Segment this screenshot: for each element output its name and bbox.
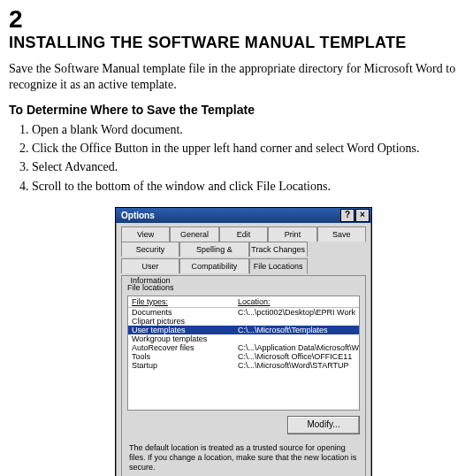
list-item-selected[interactable]: User templates C:\...\Microsoft\Template… xyxy=(128,326,359,334)
tab-panel: File locations File types: Location: Doc… xyxy=(121,275,366,476)
list-item[interactable]: Clipart pictures xyxy=(128,317,359,326)
col-location: Location: xyxy=(234,296,359,307)
step-item: Scroll to the bottom of the window and c… xyxy=(32,179,456,195)
tab-user-information[interactable]: User Information xyxy=(121,258,179,273)
step-item: Click the Office Button in the upper lef… xyxy=(32,141,456,157)
intro-paragraph: Save the Software Manual template file i… xyxy=(9,61,456,92)
help-icon[interactable]: ? xyxy=(340,209,354,222)
subheading: To Determine Where to Save the Template xyxy=(9,103,456,117)
tab-row-2: Security Spelling & Grammar Track Change… xyxy=(116,242,371,258)
listbox-header: File types: Location: xyxy=(128,296,359,308)
tab-view[interactable]: View xyxy=(121,226,170,242)
tab-edit[interactable]: Edit xyxy=(219,226,268,242)
list-item[interactable]: Documents C:\...\pcti002\Desktop\EPRI Wo… xyxy=(128,308,359,317)
tab-row-1: View General Edit Print Save xyxy=(116,223,371,242)
step-item: Open a blank Word document. xyxy=(32,122,456,138)
col-file-types: File types: xyxy=(128,296,234,307)
list-item[interactable]: AutoRecover files C:\...\Application Dat… xyxy=(128,343,359,352)
options-dialog: Options ? × View General Edit Print Save… xyxy=(115,207,372,476)
list-item[interactable]: Startup C:\...\Microsoft\Word\STARTUP xyxy=(128,361,359,370)
titlebar: Options ? × xyxy=(116,208,371,223)
list-item[interactable]: Tools C:\...\Microsoft Office\OFFICE11 xyxy=(128,352,359,361)
close-icon[interactable]: × xyxy=(355,209,370,222)
page-title: INSTALLING THE SOFTWARE MANUAL TEMPLATE xyxy=(9,34,456,52)
tab-track-changes[interactable]: Track Changes xyxy=(249,242,308,257)
tab-print[interactable]: Print xyxy=(268,226,316,242)
step-list: Open a blank Word document. Click the Of… xyxy=(32,122,456,195)
modify-button[interactable]: Modify... xyxy=(287,416,360,434)
tab-general[interactable]: General xyxy=(170,226,218,242)
file-locations-listbox[interactable]: File types: Location: Documents C:\...\p… xyxy=(127,296,360,411)
tab-spelling[interactable]: Spelling & Grammar xyxy=(179,242,248,257)
tab-file-locations[interactable]: File Locations xyxy=(249,258,308,274)
dialog-title: Options xyxy=(121,211,155,220)
chapter-number: 2 xyxy=(9,7,456,32)
tab-row-3: User Information Compatibility File Loca… xyxy=(116,258,371,276)
tab-save[interactable]: Save xyxy=(317,226,366,242)
step-item: Select Advanced. xyxy=(32,159,456,175)
list-item[interactable]: Workgroup templates xyxy=(128,334,359,343)
tab-compatibility[interactable]: Compatibility xyxy=(179,258,248,273)
tab-security[interactable]: Security xyxy=(121,242,179,257)
disclaimer-text: The default location is treated as a tru… xyxy=(129,443,358,473)
